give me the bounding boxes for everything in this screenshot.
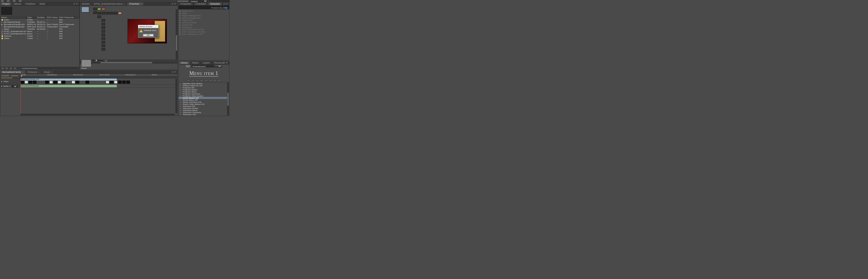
tool-selection[interactable] bbox=[1, 0, 4, 2]
search-button[interactable] bbox=[1, 67, 4, 69]
close-icon[interactable]: × bbox=[38, 71, 39, 73]
disclosure-triangle-icon[interactable] bbox=[180, 13, 182, 14]
tab-timeline-music[interactable]: Music× bbox=[42, 70, 55, 74]
flow-node[interactable] bbox=[101, 30, 105, 33]
video-clip[interactable]: BernadinesFamily.m2v bbox=[21, 79, 117, 81]
tab-project[interactable]: Project bbox=[0, 2, 12, 5]
metadata-section[interactable]: Dublin Core bbox=[179, 10, 229, 12]
flowchart-hscroll[interactable] bbox=[80, 62, 178, 64]
disclosure-triangle-icon[interactable] bbox=[180, 22, 182, 24]
flow-node[interactable] bbox=[114, 12, 118, 14]
tab-monitor[interactable]: Monitor bbox=[80, 2, 92, 5]
flow-node[interactable] bbox=[101, 41, 105, 43]
filter-layersets-button[interactable] bbox=[204, 80, 208, 82]
delete-button[interactable] bbox=[14, 67, 16, 69]
disclosure-triangle-icon[interactable] bbox=[180, 15, 182, 17]
flow-node[interactable] bbox=[97, 12, 101, 14]
col-dvd-transcode-status[interactable]: DVD Transcode St bbox=[46, 16, 58, 18]
timeline-ruler[interactable]: 00;0000;09;06;2200;18;13;1200;27;20;0200… bbox=[21, 74, 178, 78]
metadata-section[interactable]: Media Management bbox=[179, 17, 229, 19]
current-time-indicator[interactable] bbox=[21, 75, 23, 77]
music-thumbnail[interactable] bbox=[82, 60, 91, 67]
flow-node[interactable] bbox=[101, 48, 105, 51]
close-icon[interactable]: × bbox=[124, 3, 125, 5]
tab-character[interactable]: Character bbox=[193, 2, 208, 5]
filter-menus-button[interactable] bbox=[187, 80, 190, 82]
col-dvd-transcode-settings[interactable]: DVD Transcode Settings bbox=[58, 16, 74, 18]
close-icon[interactable]: × bbox=[51, 71, 52, 73]
flowchart-canvas[interactable]: ▭ ▭ bbox=[80, 6, 178, 65]
tab-timeline-pictures[interactable]: Pictures1× bbox=[26, 70, 42, 74]
project-row[interactable]: ♪BernadinesFamily.wavWAV audio00;29;11;2… bbox=[0, 26, 79, 28]
metadata-section[interactable]: EXIF Schema For EXIF ... bbox=[179, 28, 229, 31]
project-row[interactable]: ▥NTSC_Entertainment SubmenuMenu----N/A bbox=[0, 33, 79, 35]
flow-node[interactable] bbox=[110, 12, 114, 14]
filter-backgrounds-button[interactable] bbox=[200, 80, 204, 82]
tab-build[interactable]: Build bbox=[37, 2, 47, 5]
tab-styles[interactable]: Styles bbox=[190, 61, 201, 64]
flow-node[interactable] bbox=[101, 26, 105, 29]
project-row[interactable]: 📁PicturesFolder----N/A bbox=[0, 35, 79, 37]
metadata-section[interactable]: EXIF Schema For TIFF ... bbox=[179, 33, 229, 35]
project-row[interactable]: ▭MusicTimeline00;39;09;22--N/A bbox=[0, 28, 79, 30]
metadata-section[interactable]: EXIF Schema For Additio... bbox=[179, 31, 229, 33]
tab-flowchart[interactable]: Flowchart× bbox=[127, 2, 144, 5]
flow-node[interactable] bbox=[101, 23, 105, 25]
metadata-section[interactable]: Adobe PDF bbox=[179, 24, 229, 26]
panel-menu-icon[interactable]: ▾≡ bbox=[225, 61, 228, 64]
metadata-section[interactable]: Rights Management bbox=[179, 14, 229, 17]
col-duration[interactable]: Duration bbox=[36, 16, 46, 18]
metadata-section[interactable]: Paged-Text bbox=[179, 19, 229, 22]
filter-buttons-button[interactable] bbox=[191, 80, 195, 82]
project-row[interactable]: ▭BernadinesFamilyTimeline00;29;11;24--N/… bbox=[0, 21, 79, 23]
metadata-section[interactable]: Dynamic Media bbox=[179, 22, 229, 24]
tool-zoom[interactable] bbox=[13, 0, 16, 2]
zoom-in-icon[interactable]: ▭ bbox=[105, 59, 107, 62]
tab-timelines[interactable]: Timelines bbox=[23, 2, 37, 5]
audio-track-header[interactable]: ▸Audio 1: en bbox=[0, 85, 21, 88]
flow-node[interactable] bbox=[101, 44, 105, 47]
tab-library[interactable]: Library bbox=[179, 61, 190, 64]
filter-images-button[interactable] bbox=[195, 80, 199, 82]
flow-node[interactable] bbox=[101, 37, 105, 40]
project-hscroll[interactable] bbox=[22, 68, 78, 69]
flowchart-orphan-asset[interactable]: Music bbox=[82, 60, 92, 69]
project-row[interactable]: 📁SlidesFolder----N/A bbox=[0, 37, 79, 39]
metadata-section[interactable]: Photoshop bbox=[179, 26, 229, 28]
tab-properties[interactable]: Properties bbox=[179, 2, 193, 5]
disclosure-triangle-icon[interactable] bbox=[180, 24, 182, 26]
project-row[interactable]: ▶BernadinesFamily.m2vMPEG video00;29;11;… bbox=[0, 23, 79, 26]
disclosure-triangle-icon[interactable] bbox=[180, 10, 182, 12]
project-row[interactable]: ▥NTSC_Entertainment MenuMenu----N/A bbox=[0, 30, 79, 33]
disclosure-triangle-icon[interactable] bbox=[180, 34, 182, 35]
flow-node[interactable] bbox=[101, 12, 105, 14]
new-bin-button[interactable] bbox=[5, 67, 8, 69]
tab-menus[interactable]: Menus bbox=[12, 2, 23, 5]
disclosure-triangle-icon[interactable] bbox=[180, 29, 182, 30]
ok-button[interactable]: OK bbox=[143, 34, 154, 37]
tab-layers[interactable]: Layers bbox=[201, 61, 212, 64]
flow-node[interactable] bbox=[106, 12, 109, 14]
new-item-button[interactable] bbox=[9, 67, 12, 69]
flow-node-disc[interactable] bbox=[82, 7, 89, 12]
flow-node[interactable] bbox=[97, 16, 101, 18]
disclosure-triangle-icon[interactable] bbox=[180, 27, 182, 28]
flow-node[interactable] bbox=[101, 19, 105, 22]
flow-node[interactable] bbox=[93, 11, 97, 14]
tool-text[interactable] bbox=[7, 0, 9, 2]
timeline-hscroll[interactable] bbox=[21, 114, 175, 116]
disclosure-triangle-icon[interactable] bbox=[180, 31, 182, 33]
metadata-section[interactable]: Basic bbox=[179, 12, 229, 14]
audio-lang-select[interactable]: en bbox=[12, 85, 18, 87]
flowchart-vscroll[interactable] bbox=[176, 9, 178, 59]
panel-menu-icon[interactable]: ▾≡ bbox=[173, 3, 177, 5]
flow-node[interactable] bbox=[118, 12, 122, 14]
tab-timeline-bernadines[interactable]: BernadinesFamily× bbox=[0, 70, 26, 74]
track-toggle-icon[interactable]: ▸ bbox=[1, 85, 2, 87]
tool-hand[interactable] bbox=[19, 0, 22, 2]
flow-node[interactable] bbox=[101, 34, 105, 36]
library-vscroll[interactable] bbox=[227, 83, 229, 116]
timeline-vscroll[interactable] bbox=[176, 79, 177, 113]
tab-ntsc-menu[interactable]: NTSC_Entertainment Menu× bbox=[92, 2, 127, 5]
audio-clip[interactable]: BernadinesFamily.wav bbox=[21, 85, 117, 87]
